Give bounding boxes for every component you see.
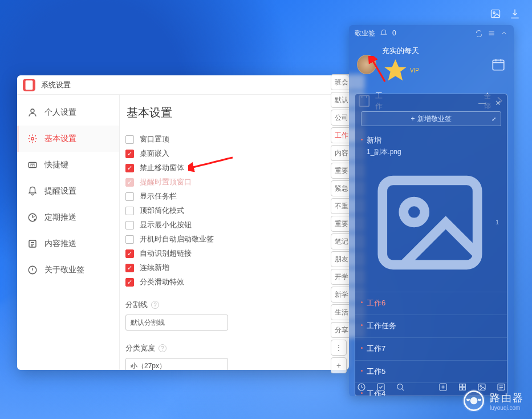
- width-select[interactable]: 小（27px） ▾: [125, 358, 228, 370]
- checkbox[interactable]: ✓: [125, 150, 134, 158]
- checkbox-label: 桌面嵌入: [140, 148, 169, 159]
- add-note-button[interactable]: + 新增敬业签 ⤢: [361, 111, 501, 126]
- menu-icon[interactable]: [488, 29, 496, 37]
- sidebar-item-label: 定期推送: [44, 212, 76, 223]
- checkbox[interactable]: [125, 192, 134, 201]
- note-item[interactable]: 工作6: [355, 292, 507, 315]
- widget-profile: 充实的每天 VIP: [349, 41, 514, 91]
- svg-point-3: [31, 138, 34, 140]
- avatar[interactable]: [357, 55, 376, 74]
- sidebar-icon: [27, 160, 38, 170]
- vip-badge: VIP: [382, 57, 419, 84]
- sidebar-item[interactable]: 快捷键: [17, 152, 119, 178]
- checkbox-label: 显示最小化按钮: [140, 220, 192, 230]
- calendar-icon[interactable]: [491, 57, 506, 72]
- svg-point-2: [31, 109, 34, 112]
- more-icon[interactable]: ⋮: [331, 340, 347, 356]
- search-icon[interactable]: [396, 382, 405, 392]
- svg-rect-16: [460, 384, 462, 387]
- add-category-icon[interactable]: +: [331, 357, 347, 373]
- username: 充实的每天: [382, 46, 419, 56]
- settings-titlebar: 系统设置: [17, 75, 349, 95]
- note-item[interactable]: 工作任务: [355, 315, 507, 338]
- settings-window: 系统设置 个人设置基本设置快捷键提醒设置定期推送内容推送关于敬业签 基本设置 窗…: [17, 75, 349, 370]
- notes-popup: — ✕ + 新增敬业签 ⤢ 新增1_副本.png 1工作6工作任务工作7工作5工…: [355, 94, 507, 396]
- checkbox[interactable]: [125, 135, 134, 144]
- add-icon[interactable]: [438, 382, 448, 392]
- expand-icon[interactable]: ⤢: [492, 116, 496, 122]
- checkbox-row[interactable]: ✓连续新增: [125, 263, 342, 273]
- sidebar-item-label: 内容推送: [44, 239, 76, 249]
- checkbox[interactable]: [125, 235, 134, 244]
- sidebar-item-label: 提醒设置: [44, 186, 76, 196]
- note-title: 工作7: [367, 344, 499, 354]
- sync-icon[interactable]: [475, 29, 483, 37]
- widget-app-name: 敬业签: [355, 29, 375, 38]
- check-icon[interactable]: [376, 382, 385, 392]
- checkbox-label: 自动识别超链接: [140, 248, 192, 259]
- sidebar-item[interactable]: 关于敬业签: [17, 257, 119, 283]
- svg-point-24: [471, 398, 477, 404]
- checkbox-row[interactable]: ✓自动识别超链接: [125, 248, 342, 259]
- checkbox: ✓: [125, 178, 134, 187]
- svg-point-11: [404, 202, 425, 223]
- divider-label: 分割线 ?: [125, 300, 342, 310]
- checkbox-row[interactable]: 窗口置顶: [125, 134, 342, 144]
- bg-icon-picture: [490, 8, 501, 19]
- svg-rect-10: [383, 180, 477, 265]
- sidebar-item[interactable]: 内容推送: [17, 231, 119, 257]
- note-list: 新增1_副本.png 1工作6工作任务工作7工作5工作4今天完成工作量工作1要求…: [355, 130, 507, 396]
- sidebar-item[interactable]: 提醒设置: [17, 178, 119, 204]
- note-title: 新增: [367, 135, 499, 146]
- checkbox-row[interactable]: 顶部简化模式: [125, 206, 342, 216]
- checkbox[interactable]: [125, 221, 134, 229]
- app-icon: [23, 79, 35, 91]
- sidebar-item-label: 个人设置: [44, 107, 76, 118]
- svg-rect-17: [463, 384, 466, 387]
- checkbox-label: 连续新增: [140, 263, 169, 273]
- checkbox-row[interactable]: ✓分类滑动特效: [125, 277, 342, 287]
- sidebar-item[interactable]: 定期推送: [17, 204, 119, 231]
- sidebar-item[interactable]: 基本设置: [17, 126, 119, 152]
- checkbox-label: 显示任务栏: [140, 191, 177, 202]
- help-icon[interactable]: ?: [159, 344, 166, 352]
- clock-icon[interactable]: [357, 382, 366, 392]
- collapse-icon[interactable]: [500, 29, 508, 37]
- divider-select[interactable]: 默认分割线 ▾: [125, 315, 228, 331]
- checkbox-label: 开机时自动启动敬业签: [140, 234, 214, 244]
- sidebar-icon: [27, 134, 38, 144]
- svg-point-1: [493, 12, 495, 14]
- watermark: 路由器 luyouqi.com: [462, 389, 524, 412]
- checkbox[interactable]: ✓: [125, 164, 134, 172]
- settings-heading: 基本设置: [125, 105, 342, 120]
- bell-icon[interactable]: [380, 29, 388, 37]
- watermark-icon: [462, 389, 485, 412]
- svg-rect-13: [377, 384, 384, 390]
- widget-titlebar: 敬业签 0: [349, 25, 514, 41]
- sidebar-icon: [27, 212, 38, 223]
- close-button[interactable]: ✕: [495, 99, 501, 107]
- checkbox-row[interactable]: 显示任务栏: [125, 191, 342, 202]
- checkbox[interactable]: [125, 207, 134, 215]
- help-icon[interactable]: ?: [151, 301, 159, 309]
- checkbox-label: 窗口置顶: [140, 134, 169, 144]
- checkbox[interactable]: ✓: [125, 264, 134, 272]
- checkbox-row[interactable]: ✓桌面嵌入: [125, 148, 342, 159]
- checkbox-row[interactable]: ✓禁止移动窗体: [125, 163, 342, 173]
- checkbox-label: 顶部简化模式: [140, 206, 184, 216]
- checkbox-row[interactable]: 显示最小化按钮: [125, 220, 342, 230]
- minimize-button[interactable]: —: [478, 99, 486, 107]
- note-image-count: 1: [367, 159, 499, 286]
- checkbox[interactable]: ✓: [125, 278, 134, 287]
- svg-point-14: [397, 384, 403, 389]
- settings-title: 系统设置: [41, 80, 71, 90]
- checkbox-row[interactable]: 开机时自动启动敬业签: [125, 234, 342, 244]
- note-item[interactable]: 工作7: [355, 338, 507, 361]
- bell-count: 0: [392, 29, 396, 37]
- svg-rect-0: [492, 10, 500, 17]
- sidebar-item[interactable]: 个人设置: [17, 99, 119, 126]
- sidebar-icon: [27, 239, 38, 249]
- sidebar-icon: [27, 265, 38, 275]
- note-item[interactable]: 新增1_副本.png 1: [355, 130, 507, 292]
- checkbox[interactable]: ✓: [125, 249, 134, 258]
